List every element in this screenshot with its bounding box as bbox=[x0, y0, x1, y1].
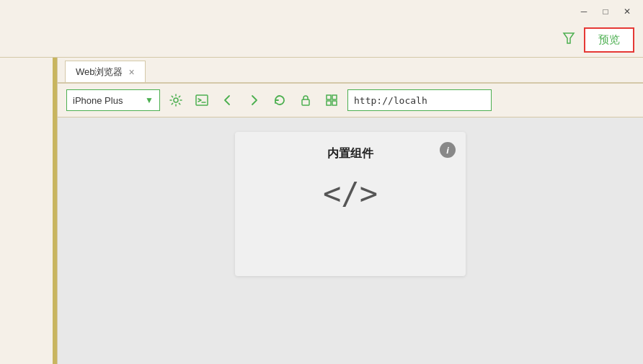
component-card: 内置组件 i </> bbox=[235, 132, 466, 276]
svg-rect-4 bbox=[302, 99, 309, 105]
svg-rect-7 bbox=[327, 101, 331, 105]
svg-rect-8 bbox=[332, 101, 337, 105]
close-button[interactable]: ✕ bbox=[617, 4, 637, 19]
tab-label: Web浏览器 bbox=[76, 66, 123, 79]
preview-button[interactable]: 预览 bbox=[584, 27, 634, 53]
main-area: Web浏览器 × iPhone Plus ▼ bbox=[0, 58, 643, 364]
svg-rect-5 bbox=[327, 95, 331, 99]
svg-point-1 bbox=[174, 98, 178, 102]
tab-bar: Web浏览器 × bbox=[58, 58, 643, 84]
layout-icon[interactable] bbox=[322, 90, 342, 110]
forward-button[interactable] bbox=[244, 90, 264, 110]
svg-marker-0 bbox=[564, 33, 574, 43]
refresh-button[interactable] bbox=[270, 90, 290, 110]
code-icon: </> bbox=[323, 176, 378, 211]
minimize-button[interactable]: ─ bbox=[574, 4, 594, 19]
content-area: Web浏览器 × iPhone Plus ▼ bbox=[58, 58, 643, 364]
device-dropdown-arrow: ▼ bbox=[145, 95, 154, 105]
top-toolbar: 预览 bbox=[0, 23, 643, 58]
settings-icon[interactable] bbox=[166, 90, 186, 110]
terminal-icon[interactable] bbox=[192, 90, 212, 110]
web-browser-tab[interactable]: Web浏览器 × bbox=[65, 61, 146, 82]
device-selector[interactable]: iPhone Plus ▼ bbox=[66, 89, 160, 111]
title-bar: ─ □ ✕ bbox=[0, 0, 643, 23]
lock-icon[interactable] bbox=[296, 90, 316, 110]
info-icon[interactable]: i bbox=[440, 142, 456, 158]
svg-rect-6 bbox=[332, 95, 337, 99]
card-title: 内置组件 bbox=[327, 146, 373, 161]
maximize-button[interactable]: □ bbox=[595, 4, 616, 19]
sidebar-accent bbox=[53, 58, 57, 364]
browser-toolbar: iPhone Plus ▼ bbox=[58, 84, 643, 117]
url-input[interactable] bbox=[347, 89, 492, 111]
tab-close-button[interactable]: × bbox=[129, 66, 135, 78]
browser-viewport: 内置组件 i </> bbox=[58, 117, 643, 364]
svg-rect-2 bbox=[196, 95, 208, 105]
back-button[interactable] bbox=[218, 90, 238, 110]
filter-icon[interactable] bbox=[562, 32, 575, 48]
left-sidebar bbox=[0, 58, 58, 364]
device-label: iPhone Plus bbox=[73, 95, 123, 106]
